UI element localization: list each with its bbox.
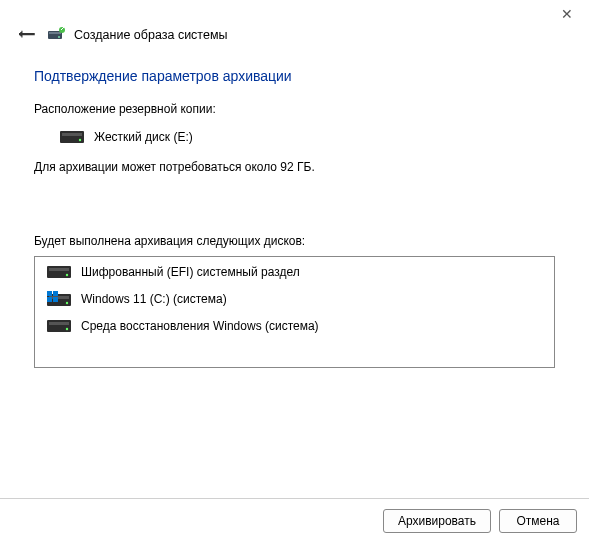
hard-drive-icon [47, 265, 71, 279]
svg-point-3 [59, 27, 65, 33]
footer-bar: Архивировать Отмена [0, 498, 589, 543]
list-item: Среда восстановления Windows (система) [35, 313, 554, 339]
svg-rect-15 [47, 297, 52, 302]
svg-rect-14 [53, 291, 58, 296]
svg-rect-1 [49, 32, 61, 34]
content-area: Подтверждение параметров архивации Распо… [0, 52, 589, 368]
svg-point-19 [66, 328, 68, 330]
hard-drive-icon [60, 130, 84, 144]
title-bar: 🠔 Создание образа системы [0, 0, 589, 52]
destination-label: Расположение резервной копии: [34, 102, 555, 116]
page-title: Подтверждение параметров архивации [34, 68, 555, 84]
app-icon [48, 27, 66, 43]
svg-rect-4 [60, 131, 84, 143]
window-title: Создание образа системы [74, 28, 227, 42]
svg-point-2 [58, 36, 60, 38]
svg-rect-17 [47, 320, 71, 332]
windows-drive-icon [47, 291, 71, 307]
svg-rect-5 [62, 133, 82, 136]
cancel-button[interactable]: Отмена [499, 509, 577, 533]
hard-drive-icon [47, 319, 71, 333]
drives-list: Шифрованный (EFI) системный раздел Windo… [34, 256, 555, 368]
svg-rect-16 [53, 297, 58, 302]
drive-name: Среда восстановления Windows (система) [81, 319, 319, 333]
drive-name: Шифрованный (EFI) системный раздел [81, 265, 300, 279]
list-item: Windows 11 (C:) (система) [35, 285, 554, 313]
size-notice: Для архивации может потребоваться около … [34, 160, 555, 174]
destination-drive: Жесткий диск (E:) [94, 130, 193, 144]
svg-point-6 [79, 139, 81, 141]
back-arrow-icon[interactable]: 🠔 [14, 26, 40, 44]
drives-list-label: Будет выполнена архивация следующих диск… [34, 234, 555, 248]
svg-point-9 [66, 274, 68, 276]
archive-button[interactable]: Архивировать [383, 509, 491, 533]
drive-name: Windows 11 (C:) (система) [81, 292, 227, 306]
svg-rect-18 [49, 322, 69, 325]
destination-row: Жесткий диск (E:) [34, 130, 555, 144]
list-item: Шифрованный (EFI) системный раздел [35, 259, 554, 285]
svg-point-12 [66, 302, 68, 304]
svg-rect-8 [49, 268, 69, 271]
svg-rect-13 [47, 291, 52, 296]
close-button[interactable]: ✕ [555, 4, 579, 24]
svg-rect-7 [47, 266, 71, 278]
